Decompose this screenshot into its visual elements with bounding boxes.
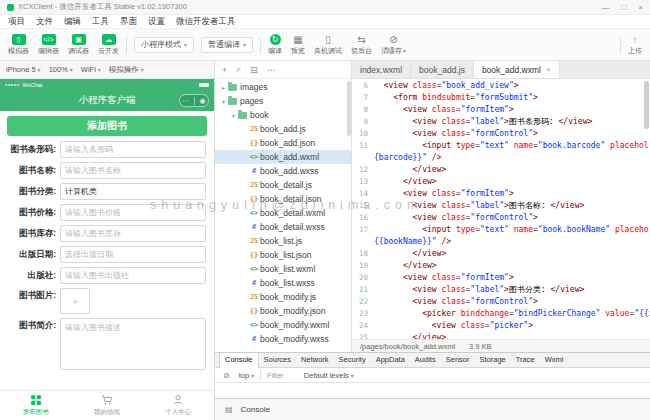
maximize-icon[interactable]: □ xyxy=(621,3,626,12)
network-select[interactable]: WiFi▾ xyxy=(81,65,101,74)
simulate-actions-select[interactable]: 模拟操作▾ xyxy=(109,65,144,75)
compile-mode-select[interactable]: 普通编译 ▾ xyxy=(201,37,253,53)
search-icon[interactable]: ⌕ xyxy=(236,64,241,75)
home-icon[interactable]: ◉ xyxy=(200,97,206,105)
menu-item[interactable]: 界面 xyxy=(120,16,137,28)
code-line: {{bookName}}" /> xyxy=(352,236,650,248)
clear-console-icon[interactable]: ⊘ xyxy=(220,371,233,380)
collapse-all-icon[interactable]: ⊟ xyxy=(250,65,258,75)
more-icon[interactable]: ⋯ xyxy=(182,97,189,105)
debugger-button[interactable]: ▣调试器 xyxy=(68,34,89,56)
menu-item[interactable]: 工具 xyxy=(92,16,109,28)
devtools-tab-storage[interactable]: Storage xyxy=(474,353,510,368)
form-input[interactable]: 请输入图书库存 xyxy=(60,225,206,242)
log-levels-select[interactable]: Default levels ▾ xyxy=(304,371,354,380)
tree-item[interactable]: JSbook_list.js xyxy=(215,234,351,248)
tree-item[interactable]: {}book_add.json xyxy=(215,136,351,150)
code-line: 21 <view class="label">图书分类: </view> xyxy=(352,284,650,296)
drawer-menu-icon[interactable]: ▤ xyxy=(222,405,236,414)
tree-item[interactable]: #book_list.wxss xyxy=(215,276,351,290)
close-icon[interactable]: × xyxy=(638,3,643,12)
cloud-dev-button[interactable]: ☁云开发 xyxy=(98,34,119,56)
tree-item[interactable]: {}book_modify.json xyxy=(215,304,351,318)
tree-item[interactable]: JSbook_add.js xyxy=(215,122,351,136)
tree-item[interactable]: #book_detail.wxss xyxy=(215,220,351,234)
zoom-select[interactable]: 100%▾ xyxy=(49,65,73,74)
close-icon[interactable]: × xyxy=(546,65,551,74)
devtools-tab-appdata[interactable]: AppData xyxy=(371,353,410,368)
tree-item[interactable]: {}book_detail.json xyxy=(215,192,351,206)
devtools-tab-sensor[interactable]: Sensor xyxy=(441,353,475,368)
background-switch-button[interactable]: ⇆切后台 xyxy=(351,34,372,56)
tree-item[interactable]: <>book_detail.wxml xyxy=(215,206,351,220)
form-input[interactable]: 请输入条形码 xyxy=(60,141,206,158)
code-editor: index.wxmlbook_add.jsbook_add.wxml× 6 <v… xyxy=(352,61,650,352)
tree-item[interactable]: {}book_list.json xyxy=(215,248,351,262)
editor-tab[interactable]: index.wxml xyxy=(352,61,411,78)
editor-scrollbar[interactable] xyxy=(644,81,649,129)
menu-item[interactable]: 编辑 xyxy=(64,16,81,28)
form-field-label: 图书简介: xyxy=(0,318,60,332)
form-input[interactable]: 请输入图书出版社 xyxy=(60,267,206,284)
minimize-icon[interactable]: — xyxy=(601,3,609,12)
devtools-tab-trace[interactable]: Trace xyxy=(511,353,540,368)
devtools-tab-console[interactable]: Console xyxy=(219,353,259,368)
simulator-button[interactable]: ▯模拟器 xyxy=(8,34,29,56)
tree-item[interactable]: JSbook_modify.js xyxy=(215,290,351,304)
tabbar-item[interactable]: 我的借阅 xyxy=(71,391,142,420)
device-select[interactable]: iPhone 5▾ xyxy=(6,65,41,74)
more-icon[interactable]: ⋯ xyxy=(267,65,276,75)
explorer-scrollbar[interactable] xyxy=(347,81,351,136)
line-number: 15 xyxy=(352,200,374,212)
devtools-tab-audits[interactable]: Audits xyxy=(410,353,441,368)
tabbar-item[interactable]: 个人中心 xyxy=(143,391,214,420)
editor-button[interactable]: </>编辑器 xyxy=(38,34,59,56)
console-filter-input[interactable]: Filter xyxy=(267,371,284,380)
preview-button[interactable]: ▦预览 xyxy=(291,34,305,56)
compile-button[interactable]: ↻编译 xyxy=(268,34,282,56)
image-upload-box[interactable]: ＋ xyxy=(60,288,90,314)
new-file-icon[interactable]: + xyxy=(222,65,227,75)
tree-item[interactable]: <>book_add.wxml xyxy=(215,150,351,164)
form-textarea[interactable]: 请输入图书描述 xyxy=(60,318,206,370)
context-select[interactable]: top ▾ xyxy=(239,371,254,380)
remote-debug-button[interactable]: ▯真机调试 xyxy=(314,34,342,56)
devtools-tab-security[interactable]: Security xyxy=(334,353,371,368)
capsule-menu[interactable]: ⋯◉ xyxy=(179,94,209,107)
tree-item[interactable]: JSbook_detail.js xyxy=(215,178,351,192)
code-token: </view> xyxy=(374,332,446,339)
devtools-tab-wxml[interactable]: Wxml xyxy=(540,353,569,368)
code-token: "formItem" xyxy=(461,272,509,284)
code-token: bindchange xyxy=(456,308,509,320)
chevron-down-icon: ▾ xyxy=(70,66,73,73)
add-image-icon[interactable]: ＋ xyxy=(60,288,90,314)
form-input[interactable]: 请输入图书名称 xyxy=(60,162,206,179)
tree-item[interactable]: ▾pages xyxy=(215,94,351,108)
line-number: 22 xyxy=(352,296,374,308)
upload-button[interactable]: ↑ 上传 xyxy=(628,34,642,56)
code-area[interactable]: 6 <view class="book_add_view">7 <form bi… xyxy=(352,79,650,339)
mode-select[interactable]: 小程序模式 ▾ xyxy=(134,37,194,53)
log-levels-label: Default levels xyxy=(304,371,349,380)
devtools-tab-sources[interactable]: Sources xyxy=(259,353,297,368)
tree-item[interactable]: <>book_list.wxml xyxy=(215,262,351,276)
tree-item[interactable]: #book_add.wxss xyxy=(215,164,351,178)
menu-item[interactable]: 文件 xyxy=(36,16,53,28)
tree-item[interactable]: <>book_modify.wxml xyxy=(215,318,351,332)
console-output[interactable] xyxy=(215,383,650,398)
clear-cache-button[interactable]: ⊘清缓存▾ xyxy=(381,34,406,56)
drawer-tab-console[interactable]: Console xyxy=(241,405,270,414)
form-picker[interactable]: 选择出版日期 xyxy=(60,246,206,263)
menu-item[interactable]: 设置 xyxy=(148,16,165,28)
tabbar-item[interactable]: 发布图书 xyxy=(0,391,71,420)
tree-item[interactable]: ▸images xyxy=(215,80,351,94)
form-input[interactable]: 请输入图书价格 xyxy=(60,204,206,221)
devtools-tab-network[interactable]: Network xyxy=(296,353,334,368)
tree-item[interactable]: ▾book xyxy=(215,108,351,122)
menu-item[interactable]: 项目 xyxy=(8,16,25,28)
menu-item[interactable]: 微信开发者工具 xyxy=(176,16,236,28)
form-picker[interactable]: 计算机类 xyxy=(60,183,206,200)
editor-tab[interactable]: book_add.js xyxy=(411,61,474,78)
editor-tab[interactable]: book_add.wxml× xyxy=(474,61,560,78)
tree-item[interactable]: #book_modify.wxss xyxy=(215,332,351,346)
